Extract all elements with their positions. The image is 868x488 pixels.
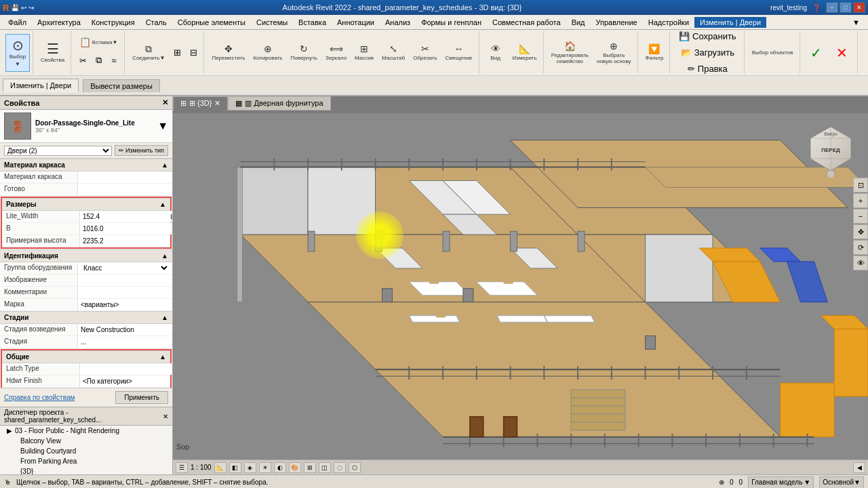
trim-button[interactable]: ✂ Обрезать — [410, 34, 440, 72]
contextual-options[interactable]: ▼ — [847, 17, 865, 28]
move-button[interactable]: ✥ Переместить — [208, 34, 248, 72]
align-button[interactable]: ⊞ — [170, 45, 184, 60]
menu-file[interactable]: Файл — [3, 17, 32, 28]
properties-button[interactable]: ☰ Свойства — [37, 34, 68, 72]
equipment-group-select[interactable]: Класс — [81, 264, 170, 272]
project-browser-close[interactable]: ✕ — [163, 413, 168, 420]
3d-tab-close[interactable]: ✕ — [214, 99, 220, 108]
scale-button[interactable]: ⤡ Масштаб — [378, 34, 408, 72]
3d-view-button[interactable]: ⬡ — [349, 462, 361, 473]
menu-massing[interactable]: Формы и генплан — [416, 17, 487, 28]
view-list-button[interactable]: ☰ — [176, 462, 188, 473]
cut-button[interactable]: ✂ — [75, 53, 90, 68]
apply-button[interactable]: Применить — [115, 391, 168, 404]
balcony-view-item[interactable]: Balcony View — [0, 436, 172, 446]
b-input[interactable] — [83, 225, 169, 232]
look-button[interactable]: 👁 — [853, 256, 868, 270]
render-button[interactable]: 🎨 — [289, 462, 301, 473]
navigate-left[interactable]: ◀ — [853, 462, 865, 473]
menu-modify-doors[interactable]: Изменить | Двери — [694, 17, 766, 28]
element-selector[interactable]: Двери (2) — [4, 146, 112, 156]
orbit-button[interactable]: ⟳ — [853, 240, 868, 255]
offset-button[interactable]: ↔ Смещение — [442, 34, 476, 72]
image-input[interactable] — [81, 277, 170, 284]
select-objects-button[interactable]: Выбор объектов — [749, 34, 797, 72]
select-icon: ⊙ — [12, 39, 24, 52]
paste-button[interactable]: 📋 Вставка▼ — [76, 33, 121, 52]
project-browser-header: Диспетчер проекта - shared_parameter_key… — [0, 407, 172, 426]
cancel-button[interactable]: ✕ — [830, 34, 854, 72]
array-button[interactable]: ⊞ Массив — [351, 34, 377, 72]
building-courtyard-item[interactable]: Building Courtyard — [0, 446, 172, 456]
menu-systems[interactable]: Системы — [251, 17, 293, 28]
properties-help-link[interactable]: Справка по свойствам — [4, 394, 75, 401]
zoom-in-button[interactable]: + — [853, 193, 868, 208]
view-area[interactable]: ⊞ ⊞ {3D} ✕ ▦ ▥ Дверная фурнитура — [173, 96, 868, 474]
new-base-button[interactable]: ⊕ Выбратьновую основу — [593, 34, 635, 72]
visual-style-button[interactable]: ◈ — [244, 462, 256, 473]
workset-button[interactable]: Главная модель ▼ — [748, 476, 814, 489]
copy-mod-button[interactable]: ⊕ Копировать — [250, 34, 285, 72]
load-button[interactable]: 📂 Загрузить — [674, 45, 741, 60]
detail-level-button[interactable]: ◧ — [229, 462, 241, 473]
3d-tab-label: ⊞ {3D} — [189, 99, 212, 108]
design-options-button[interactable]: Основной▼ — [819, 476, 864, 489]
tab-3d[interactable]: ⊞ ⊞ {3D} ✕ — [173, 96, 228, 110]
crop-view-button[interactable]: ⊞ — [304, 462, 316, 473]
save-button[interactable]: 💾 Сохранить — [674, 29, 741, 44]
prop-stage-demo: Стадия ... — [0, 336, 172, 348]
properties-close[interactable]: ✕ — [162, 98, 168, 107]
project-browser: Диспетчер проекта - shared_parameter_key… — [0, 407, 172, 474]
minimize-button[interactable]: − — [826, 2, 838, 13]
menu-construction[interactable]: Конструкция — [86, 17, 140, 28]
copy-button[interactable]: ⧉ — [91, 53, 106, 68]
temporary-hide-button[interactable]: ◌ — [334, 462, 346, 473]
mirror-v-button[interactable]: ⟺ Зеркало — [322, 34, 350, 72]
zoom-extents-button[interactable]: ⊡ — [853, 178, 868, 192]
floor-public-item[interactable]: ▶ 03 - Floor Public - Night Rendering — [0, 426, 172, 436]
properties-scroll[interactable]: Материал каркаса ▲ Материал каркаса Гото… — [0, 159, 172, 388]
zoom-out-button[interactable]: − — [853, 209, 868, 224]
view-button[interactable]: 👁 Вид — [484, 34, 508, 72]
tab-dimensions[interactable]: Вывести размеры — [83, 79, 160, 92]
select-button[interactable]: ⊙ Выбор ▼ — [5, 34, 30, 72]
material-input[interactable] — [81, 174, 170, 181]
match-button[interactable]: ≈ — [106, 53, 121, 68]
done-input[interactable] — [81, 186, 170, 193]
measure-button[interactable]: 📐 Измерить — [509, 34, 540, 72]
comments-input[interactable] — [81, 289, 170, 296]
menu-analyze[interactable]: Анализ — [380, 17, 416, 28]
rotate-button[interactable]: ↻ Повернуть — [288, 34, 321, 72]
finish-button[interactable]: ✓ — [804, 34, 829, 72]
edit-family-button[interactable]: 🏠 Редактироватьсемейство — [548, 34, 592, 72]
menu-architecture[interactable]: Архитектура — [32, 17, 86, 28]
edit-type-button[interactable]: ✏ Изменить тип — [115, 145, 168, 156]
menu-collaborate[interactable]: Совместная работа — [487, 17, 566, 28]
restore-button[interactable]: □ — [840, 2, 852, 13]
filter-button[interactable]: 🔽 Фильтр — [642, 34, 667, 72]
pan-button[interactable]: ✥ — [853, 224, 868, 239]
menu-insert[interactable]: Вставка — [293, 17, 332, 28]
join-button[interactable]: ⧉ Соединить▼ — [129, 34, 168, 72]
split-button[interactable]: ⊟ — [186, 45, 201, 60]
dropdown-arrow[interactable]: ▼ — [157, 120, 168, 132]
shadows-button[interactable]: ◐ — [274, 462, 286, 473]
tab-modify-doors[interactable]: Изменить | Двери — [3, 79, 79, 92]
tab-door-fittings[interactable]: ▦ ▥ Дверная фурнитура — [228, 96, 330, 110]
menu-view[interactable]: Вид — [566, 17, 591, 28]
menu-prefab[interactable]: Сборные элементы — [172, 17, 251, 28]
latch-type-input[interactable] — [83, 365, 169, 373]
from-parking-item[interactable]: From Parking Area — [0, 456, 172, 466]
menu-manage[interactable]: Управление — [591, 17, 643, 28]
nav-cube[interactable]: Вверх ПЕРЕД — [804, 123, 858, 178]
scale-button[interactable]: 📐 — [214, 462, 226, 473]
menu-addins[interactable]: Надстройки — [643, 17, 694, 28]
3d-view-item[interactable]: {3D} — [0, 466, 172, 474]
sun-path-button[interactable]: ☀ — [259, 462, 271, 473]
lite-width-input[interactable] — [83, 213, 169, 220]
edit-button[interactable]: ✏ Правка — [674, 62, 741, 77]
menu-steel[interactable]: Сталь — [140, 17, 172, 28]
menu-annotate[interactable]: Аннотации — [332, 17, 380, 28]
close-button[interactable]: ✕ — [853, 2, 865, 13]
show-crop-button[interactable]: ◫ — [319, 462, 331, 473]
